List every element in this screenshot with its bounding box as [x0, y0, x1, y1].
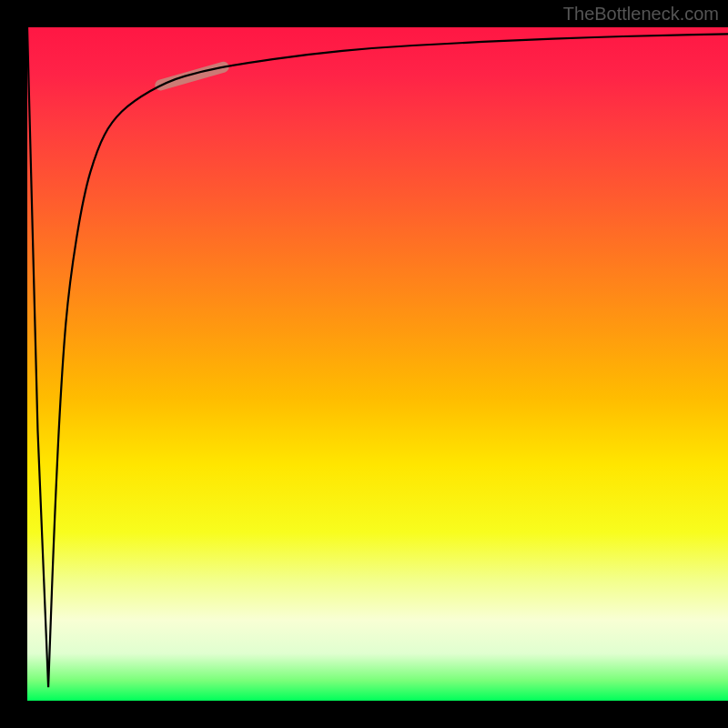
watermark-label: TheBottleneck.com	[563, 4, 719, 25]
bottleneck-curve	[27, 27, 728, 687]
chart-svg	[27, 27, 728, 701]
chart-plot-area	[27, 27, 728, 701]
highlight-segment	[160, 67, 223, 86]
